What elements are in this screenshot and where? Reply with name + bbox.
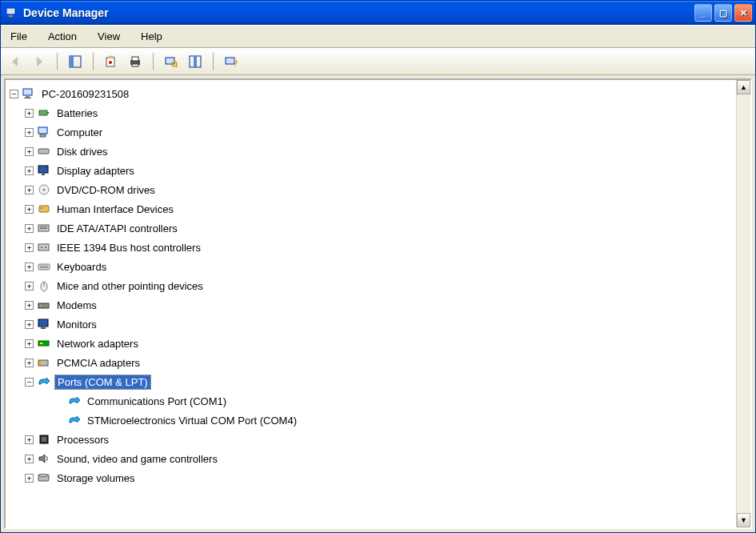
- svg-rect-31: [41, 207, 42, 209]
- tree-item-label[interactable]: Modems: [54, 299, 99, 312]
- tree-item[interactable]: +Mice and other pointing devices: [10, 276, 736, 295]
- tree-child-item[interactable]: STMicroelectronics Virtual COM Port (COM…: [10, 411, 736, 430]
- window-title: Device Manager: [23, 6, 692, 19]
- forward-button[interactable]: [30, 52, 49, 71]
- scroll-track[interactable]: [737, 94, 750, 513]
- tree-item-label[interactable]: DVD/CD-ROM drives: [54, 183, 158, 197]
- svg-rect-40: [40, 267, 48, 268]
- svg-rect-2: [7, 17, 14, 18]
- expander-icon[interactable]: +: [25, 243, 34, 252]
- tree-item[interactable]: +IEEE 1394 Bus host controllers: [10, 238, 736, 257]
- tree-item[interactable]: +Display adapters: [10, 161, 736, 180]
- menu-view[interactable]: View: [93, 29, 125, 44]
- tree-item-label[interactable]: IEEE 1394 Bus host controllers: [54, 241, 203, 254]
- expander-icon[interactable]: +: [25, 455, 34, 463]
- tree-item-label[interactable]: Ports (COM & LPT): [54, 375, 151, 390]
- print-button[interactable]: [126, 52, 145, 71]
- expander-icon[interactable]: +: [25, 205, 34, 214]
- tree-item[interactable]: +Sound, video and game controllers: [10, 449, 736, 468]
- expander-icon[interactable]: +: [25, 474, 34, 483]
- tree-item[interactable]: +Network adapters: [10, 334, 736, 353]
- expander-icon[interactable]: +: [25, 359, 34, 367]
- menu-file[interactable]: File: [6, 29, 32, 44]
- tree-item-label[interactable]: Computer: [54, 126, 105, 139]
- tree-item[interactable]: +DVD/CD-ROM drives: [10, 180, 736, 199]
- expander-icon[interactable]: −: [25, 378, 34, 387]
- scroll-up-button[interactable]: ▲: [737, 80, 750, 94]
- expander-icon[interactable]: +: [25, 224, 34, 233]
- expander-icon[interactable]: +: [25, 186, 34, 194]
- tree-child-label[interactable]: STMicroelectronics Virtual COM Port (COM…: [85, 414, 299, 427]
- 1394-icon: [37, 240, 51, 254]
- expander-icon[interactable]: +: [25, 339, 34, 348]
- properties-button[interactable]: [102, 52, 121, 71]
- tree-item[interactable]: +Batteries: [10, 103, 736, 122]
- expander-icon[interactable]: +: [25, 320, 34, 329]
- menubar: File Action View Help: [1, 25, 755, 48]
- svg-rect-4: [70, 56, 74, 67]
- tree-item-label[interactable]: Network adapters: [54, 337, 141, 351]
- tree-root[interactable]: −PC-201609231508: [10, 84, 736, 103]
- device-manager-window: Device Manager _ ▢ ✕ File Action View He…: [0, 0, 756, 533]
- properties-pane-button[interactable]: [66, 52, 85, 71]
- maximize-button[interactable]: ▢: [714, 4, 732, 22]
- expander-icon[interactable]: +: [25, 301, 34, 310]
- device-tree[interactable]: −PC-201609231508+Batteries+Computer+Disk…: [6, 80, 736, 527]
- scroll-down-button[interactable]: ▼: [737, 513, 750, 527]
- tree-item-label[interactable]: PCMCIA adapters: [54, 356, 142, 370]
- svg-rect-0: [6, 8, 15, 14]
- expander-icon[interactable]: +: [25, 282, 34, 291]
- tree-item[interactable]: +Computer: [10, 122, 736, 142]
- tree-child-item[interactable]: Communications Port (COM1): [10, 391, 736, 411]
- tree-item-label[interactable]: Keyboards: [54, 260, 109, 274]
- expander-icon[interactable]: +: [25, 166, 34, 175]
- tree-item-label[interactable]: Disk drives: [54, 145, 110, 158]
- svg-point-37: [45, 246, 46, 248]
- tree-item[interactable]: +Disk drives: [10, 142, 736, 161]
- tree-item-label[interactable]: Monitors: [54, 318, 99, 331]
- tree-item[interactable]: +Processors: [10, 430, 736, 449]
- tree-child-label[interactable]: Communications Port (COM1): [85, 395, 229, 408]
- tree-item[interactable]: +Monitors: [10, 315, 736, 334]
- expander-icon[interactable]: −: [10, 90, 18, 98]
- tree-item-label[interactable]: Mice and other pointing devices: [54, 279, 206, 293]
- svg-rect-49: [40, 343, 42, 344]
- tree-item-label[interactable]: Sound, video and game controllers: [54, 452, 220, 466]
- expander-icon[interactable]: +: [25, 147, 34, 156]
- tree-item[interactable]: −Ports (COM & LPT): [10, 372, 736, 391]
- tree-item-label[interactable]: Processors: [54, 433, 111, 447]
- svg-point-6: [109, 61, 112, 64]
- expander-icon[interactable]: +: [25, 109, 34, 118]
- tree-root-label[interactable]: PC-201609231508: [39, 87, 131, 101]
- svg-rect-34: [40, 228, 47, 229]
- tree-item-label[interactable]: Display adapters: [54, 164, 137, 178]
- menu-action[interactable]: Action: [43, 29, 82, 44]
- back-button[interactable]: [6, 52, 25, 71]
- tree-item[interactable]: +Storage volumes: [10, 468, 736, 487]
- port-icon: [67, 394, 82, 408]
- menu-help[interactable]: Help: [136, 29, 167, 44]
- storage-icon: [37, 471, 51, 485]
- tree-item-label[interactable]: Batteries: [54, 106, 100, 120]
- tree-item[interactable]: +Modems: [10, 295, 736, 315]
- titlebar[interactable]: Device Manager _ ▢ ✕: [1, 1, 755, 25]
- help-context-button[interactable]: ?: [222, 52, 241, 71]
- tree-item-label[interactable]: Human Interface Devices: [54, 202, 176, 216]
- scan-hardware-button[interactable]: [162, 52, 181, 71]
- tree-item-label[interactable]: IDE ATA/ATAPI controllers: [54, 222, 180, 235]
- tree-item[interactable]: +PCMCIA adapters: [10, 353, 736, 372]
- svg-rect-22: [38, 127, 47, 134]
- show-hidden-button[interactable]: [186, 52, 205, 71]
- toolbar-separator: [213, 53, 214, 70]
- close-button[interactable]: ✕: [734, 4, 752, 22]
- tree-item[interactable]: +Human Interface Devices: [10, 199, 736, 218]
- minimize-button[interactable]: _: [694, 4, 712, 22]
- expander-icon[interactable]: +: [25, 435, 34, 444]
- tree-item-label[interactable]: Storage volumes: [54, 471, 138, 485]
- tree-item[interactable]: +Keyboards: [10, 257, 736, 276]
- expander-icon[interactable]: +: [25, 262, 34, 271]
- vertical-scrollbar[interactable]: ▲ ▼: [736, 80, 750, 527]
- tree-item[interactable]: +IDE ATA/ATAPI controllers: [10, 218, 736, 238]
- expander-icon[interactable]: +: [25, 128, 34, 137]
- toolbar-separator: [57, 53, 58, 70]
